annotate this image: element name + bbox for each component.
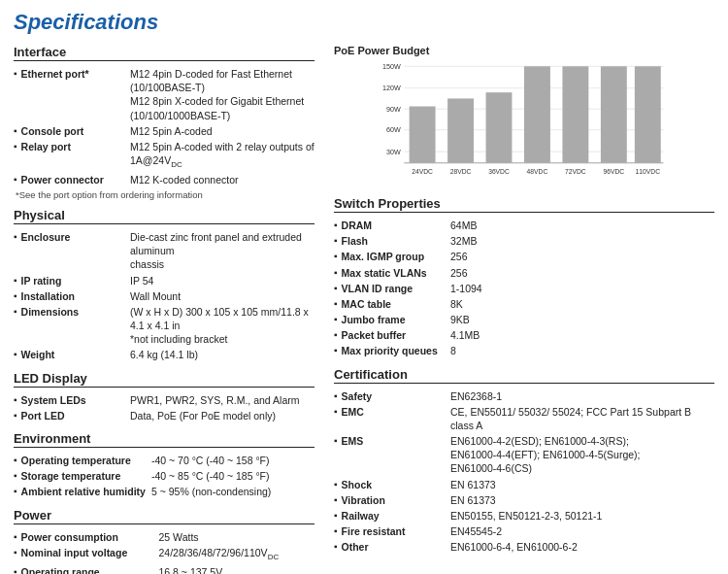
installation-value: Wall Mount [130, 288, 314, 304]
x-label: 28VDC [450, 168, 472, 175]
vlans-value: 256 [450, 265, 714, 281]
op-temp-label: Operating temperature [14, 454, 146, 467]
bar-chart: 150W 120W 90W 60W 30W [334, 60, 714, 186]
ems-value: EN61000-4-2(ESD); EN61000-4-3(RS);EN6100… [450, 433, 714, 477]
power-consumption-label: Power consumption [14, 530, 153, 544]
ethernet-label: Ethernet port* [14, 67, 124, 81]
x-label: 96VDC [604, 168, 625, 175]
dram-value: 64MB [450, 218, 714, 233]
jumbo-value: 9KB [450, 312, 714, 327]
table-row: Flash 32MB [334, 233, 714, 249]
bar-28vdc [447, 98, 474, 162]
section-physical: Physical [14, 208, 314, 224]
ip-rating-label: IP rating [14, 274, 124, 287]
chart-title: PoE Power Budget [334, 45, 714, 56]
fire-resistant-value: EN45545-2 [450, 523, 714, 539]
bar-96vdc [601, 66, 627, 163]
safety-value: EN62368-1 [450, 388, 714, 404]
ip-rating-value: IP 54 [130, 273, 314, 288]
relay-value: M12 5pin A-coded with 2 relay outputs of… [130, 139, 314, 172]
power-connector-value: M12 K-coded connector [130, 172, 314, 187]
other-label: Other [334, 540, 445, 554]
dram-label: DRAM [334, 219, 445, 232]
section-certification: Certification [334, 367, 714, 384]
console-value: M12 5pin A-coded [130, 123, 314, 139]
shock-label: Shock [334, 478, 445, 491]
railway-value: EN50155, EN50121-2-3, 50121-1 [450, 508, 714, 523]
enclosure-value: Die-cast zinc front panel and extruded a… [130, 229, 314, 273]
dimensions-label: Dimensions [14, 305, 124, 319]
enclosure-label: Enclosure [14, 230, 124, 244]
mac-table-value: 8K [450, 296, 714, 312]
ethernet-value: M12 4pin D-coded for Fast Ethernet (10/1… [130, 66, 314, 123]
fire-resistant-label: Fire resistant [334, 524, 445, 538]
table-row: Fire resistant EN45545-2 [334, 523, 714, 539]
physical-table: Enclosure Die-cast zinc front panel and … [14, 229, 314, 363]
table-row: EMS EN61000-4-2(ESD); EN61000-4-3(RS);EN… [334, 433, 714, 477]
table-row: Max static VLANs 256 [334, 265, 714, 281]
table-row: Dimensions (W x H x D) 300 x 105 x 105 m… [14, 304, 314, 348]
bar-110vdc [635, 66, 661, 163]
table-row: Enclosure Die-cast zinc front panel and … [14, 229, 314, 273]
power-table: Power consumption 25 Watts Nominal input… [14, 529, 314, 575]
port-led-label: Port LED [14, 409, 124, 422]
mac-table-label: MAC table [334, 297, 445, 311]
environment-table: Operating temperature -40 ~ 70 °C (-40 ~… [14, 453, 314, 500]
interface-table: Ethernet port* M12 4pin D-coded for Fast… [14, 66, 314, 187]
other-value: EN61000-6-4, EN61000-6-2 [450, 539, 714, 555]
shock-value: EN 61373 [450, 477, 714, 492]
table-row: Installation Wall Mount [14, 288, 314, 304]
left-column: Interface Ethernet port* M12 4pin D-code… [14, 45, 314, 574]
vibration-label: Vibration [334, 493, 445, 507]
x-label: 24VDC [412, 168, 433, 175]
humidity-label: Ambient relative humidity [14, 485, 146, 498]
bar-48vdc [524, 66, 550, 163]
table-row: Max. IGMP group 256 [334, 249, 714, 264]
table-row: Other EN61000-6-4, EN61000-6-2 [334, 539, 714, 555]
nominal-voltage-value: 24/28/36/48/72/96/110VDC [159, 545, 314, 564]
installation-label: Installation [14, 289, 124, 303]
packet-buffer-value: 4.1MB [450, 327, 714, 343]
section-switch: Switch Properties [334, 196, 714, 213]
igmp-label: Max. IGMP group [334, 250, 445, 263]
power-consumption-value: 25 Watts [159, 529, 314, 545]
y-label: 60W [386, 126, 401, 134]
op-range-value: 16.8 ~ 137.5VDC [159, 564, 314, 574]
table-row: DRAM 64MB [334, 218, 714, 233]
x-label: 36VDC [488, 168, 510, 175]
table-row: Safety EN62368-1 [334, 388, 714, 404]
section-environment: Environment [14, 431, 314, 448]
table-row: Jumbo frame 9KB [334, 312, 714, 327]
flash-value: 32MB [450, 233, 714, 249]
table-row: Console port M12 5pin A-coded [14, 123, 314, 139]
ems-label: EMS [334, 434, 445, 448]
vlan-id-label: VLAN ID range [334, 282, 445, 295]
main-content: Specifications Interface Ethernet port* … [0, 0, 728, 574]
table-row: Port LED Data, PoE (For PoE model only) [14, 408, 314, 423]
y-label: 90W [386, 106, 401, 114]
x-label: 110VDC [636, 168, 661, 175]
table-row: Shock EN 61373 [334, 477, 714, 492]
switch-table: DRAM 64MB Flash 32MB Max. IGMP group 256… [334, 218, 714, 359]
system-leds-label: System LEDs [14, 393, 124, 407]
emc-value: CE, EN55011/ 55032/ 55024; FCC Part 15 S… [450, 404, 714, 433]
table-row: Packet buffer 4.1MB [334, 327, 714, 343]
table-row: Operating temperature -40 ~ 70 °C (-40 ~… [14, 453, 314, 468]
y-label: 30W [386, 149, 401, 156]
section-led: LED Display [14, 371, 314, 388]
railway-label: Railway [334, 509, 445, 523]
page: Specifications Interface Ethernet port* … [0, 0, 728, 574]
bar-36vdc [486, 92, 513, 163]
system-leds-value: PWR1, PWR2, SYS, R.M., and Alarm [130, 392, 314, 408]
priority-queues-value: 8 [450, 343, 714, 358]
y-label: 150W [382, 63, 401, 71]
table-row: Power consumption 25 Watts [14, 529, 314, 545]
nominal-voltage-label: Nominal input voltage [14, 546, 153, 559]
op-temp-value: -40 ~ 70 °C (-40 ~ 158 °F) [151, 453, 314, 468]
chart-svg: 150W 120W 90W 60W 30W [334, 60, 714, 186]
priority-queues-label: Max priority queues [334, 344, 445, 357]
table-row: MAC table 8K [334, 296, 714, 312]
dimensions-value: (W x H x D) 300 x 105 x 105 mm/11.8 x 4.… [130, 304, 314, 348]
relay-label: Relay port [14, 140, 124, 153]
table-row: Storage temperature -40 ~ 85 °C (-40 ~ 1… [14, 468, 314, 484]
